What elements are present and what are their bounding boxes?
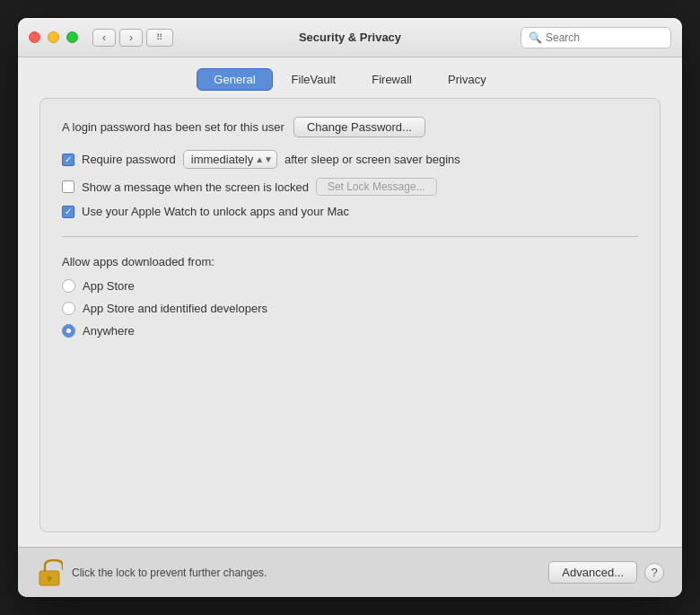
help-button[interactable]: ? xyxy=(644,563,664,583)
maximize-button[interactable] xyxy=(66,31,78,43)
window-title: Security & Privacy xyxy=(299,31,401,44)
tab-filevault[interactable]: FileVault xyxy=(275,68,354,91)
dropdown-arrow-icon: ▲▼ xyxy=(255,155,273,164)
search-input[interactable] xyxy=(546,31,663,44)
close-button[interactable] xyxy=(29,31,40,43)
require-password-checkbox[interactable] xyxy=(62,154,74,166)
forward-button[interactable]: › xyxy=(119,29,143,47)
nav-buttons: ‹ › xyxy=(92,29,143,47)
radio-app-store-button[interactable] xyxy=(62,279,75,293)
general-panel: A login password has been set for this u… xyxy=(39,98,661,532)
grid-button[interactable]: ⠿ xyxy=(146,29,173,47)
show-message-label: Show a message when the screen is locked xyxy=(82,180,309,194)
advanced-button[interactable]: Advanced... xyxy=(548,561,637,584)
apple-watch-checkbox[interactable] xyxy=(62,206,74,218)
tab-general[interactable]: General xyxy=(197,68,272,91)
show-message-row: Show a message when the screen is locked… xyxy=(62,178,638,196)
require-password-dropdown[interactable]: immediately ▲▼ xyxy=(183,150,277,169)
search-icon: 🔍 xyxy=(529,31,542,44)
titlebar: ‹ › ⠿ Security & Privacy 🔍 xyxy=(18,18,682,57)
section-divider xyxy=(62,236,638,237)
radio-app-store-developers-label: App Store and identified developers xyxy=(83,302,267,315)
radio-app-store-developers: App Store and identified developers xyxy=(62,302,638,315)
window: ‹ › ⠿ Security & Privacy 🔍 General FileV… xyxy=(18,18,682,597)
login-password-label: A login password has been set for this u… xyxy=(62,120,284,134)
apple-watch-row: Use your Apple Watch to unlock apps and … xyxy=(62,205,638,218)
lock-text: Click the lock to prevent further change… xyxy=(72,567,548,579)
radio-app-store-label: App Store xyxy=(83,279,135,293)
show-message-checkbox[interactable] xyxy=(62,180,74,193)
radio-anywhere-label: Anywhere xyxy=(83,324,135,338)
minimize-button[interactable] xyxy=(48,31,59,43)
change-password-button[interactable]: Change Password... xyxy=(293,117,425,137)
tab-firewall[interactable]: Firewall xyxy=(354,68,429,91)
radio-app-store-developers-button[interactable] xyxy=(62,302,75,315)
tab-bar: General FileVault Firewall Privacy xyxy=(18,57,682,98)
radio-app-store: App Store xyxy=(62,279,638,293)
bottom-bar: Click the lock to prevent further change… xyxy=(18,547,682,597)
login-password-row: A login password has been set for this u… xyxy=(62,117,638,137)
content-area: A login password has been set for this u… xyxy=(18,98,682,547)
lock-icon[interactable] xyxy=(36,557,63,589)
search-box[interactable]: 🔍 xyxy=(521,27,671,48)
svg-rect-2 xyxy=(48,578,50,582)
require-password-label: Require password xyxy=(82,153,176,166)
radio-anywhere-button[interactable] xyxy=(62,324,75,338)
dropdown-value: immediately xyxy=(191,153,253,166)
radio-anywhere: Anywhere xyxy=(62,324,638,338)
require-password-suffix: after sleep or screen saver begins xyxy=(284,153,460,166)
allow-apps-label: Allow apps downloaded from: xyxy=(62,255,638,268)
set-lock-message-button[interactable]: Set Lock Message... xyxy=(316,178,437,196)
apple-watch-label: Use your Apple Watch to unlock apps and … xyxy=(82,205,349,218)
back-button[interactable]: ‹ xyxy=(92,29,116,47)
traffic-lights xyxy=(29,31,78,43)
require-password-row: Require password immediately ▲▼ after sl… xyxy=(62,150,638,169)
tab-privacy[interactable]: Privacy xyxy=(431,68,503,91)
